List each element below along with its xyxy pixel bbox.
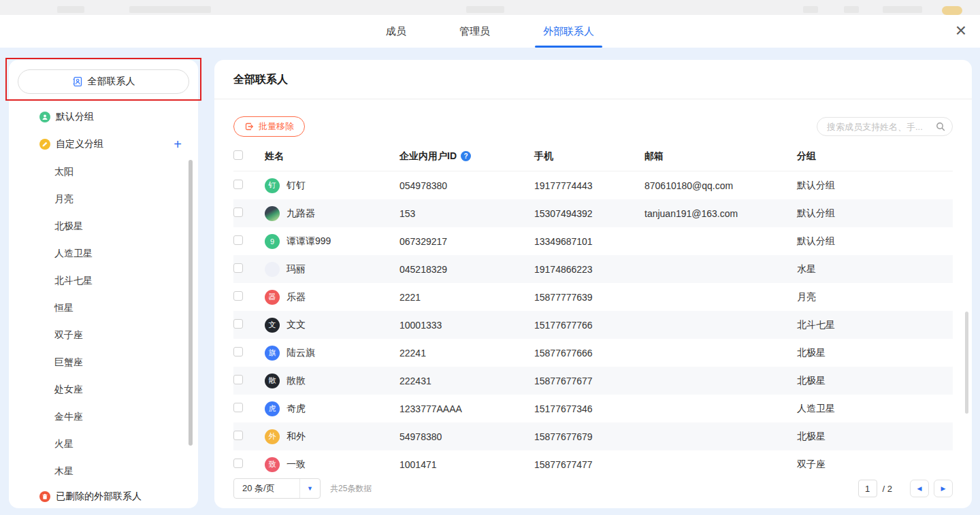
sidebar-group-item[interactable]: 人造卫星: [9, 239, 198, 267]
contact-name: 钉钉: [287, 180, 306, 192]
all-contacts-button[interactable]: 全部联系人: [18, 69, 189, 94]
row-checkbox[interactable]: [233, 459, 243, 468]
page-size-select[interactable]: 20 条/页 ▼: [233, 478, 321, 499]
avatar: 文: [265, 318, 280, 333]
table-row: 器 乐器 2221 15877777639 月亮: [233, 283, 953, 311]
table-header-row: 姓名 企业内用户ID ? 手机 邮箱 分组: [233, 142, 953, 171]
sidebar-group-item[interactable]: 木星: [9, 457, 198, 484]
col-header-phone: 手机: [534, 150, 644, 163]
tab-admins[interactable]: 管理员: [459, 15, 490, 48]
row-checkbox[interactable]: [233, 180, 243, 189]
contact-name: 陆云旗: [287, 347, 315, 359]
row-checkbox[interactable]: [233, 431, 243, 440]
background-page-strip: [0, 0, 980, 15]
pencil-icon: [39, 139, 50, 150]
all-contacts-label: 全部联系人: [88, 76, 135, 88]
avatar: 虎: [265, 401, 280, 416]
batch-remove-button[interactable]: 批量移除: [233, 116, 305, 137]
contact-id: 067329217: [399, 236, 534, 247]
row-checkbox[interactable]: [233, 235, 243, 245]
sidebar-item-label: 自定义分组: [56, 138, 103, 150]
table-row: 虎 奇虎 1233777AAAA 15177677346 人造卫星: [233, 395, 953, 422]
avatar: 外: [265, 429, 280, 444]
contact-name: 奇虎: [287, 403, 306, 415]
row-checkbox[interactable]: [233, 319, 243, 329]
page-behind-remnant: [942, 6, 962, 15]
sidebar-group-item[interactable]: 太阳: [9, 158, 198, 185]
close-icon[interactable]: ×: [956, 20, 966, 41]
table-row: 外 和外 54978380 15877677679 北极星: [233, 422, 953, 450]
tab-external-contacts[interactable]: 外部联系人: [543, 15, 594, 48]
contact-name: 谭谭谭999: [287, 235, 331, 248]
export-icon: [244, 122, 254, 131]
total-count-label: 共25条数据: [330, 483, 372, 495]
table-row: 9 谭谭谭999 067329217 13349687101 默认分组: [233, 227, 953, 255]
search-icon[interactable]: [935, 121, 946, 132]
sidebar-group-item[interactable]: 北极星: [9, 212, 198, 239]
contact-phone: 15177677346: [534, 403, 644, 414]
contact-name: 乐器: [287, 291, 306, 303]
table-footer: 20 条/页 ▼ 共25条数据 1 / 2 ◀ ▶: [214, 478, 972, 508]
sidebar-group-item[interactable]: 月亮: [9, 185, 198, 212]
contact-id: 54978380: [399, 431, 534, 442]
trash-icon: [39, 491, 50, 502]
page-behind-remnant: [844, 6, 859, 13]
contact-id: 10001333: [399, 320, 534, 331]
sidebar-group-item[interactable]: 处女座: [9, 376, 198, 403]
sidebar-group-item[interactable]: 金牛座: [9, 403, 198, 430]
contact-phone: 15307494392: [534, 208, 644, 219]
avatar: [265, 262, 280, 277]
sidebar-group-item[interactable]: 火星: [9, 430, 198, 457]
avatar: 器: [265, 290, 280, 305]
sidebar-group-item[interactable]: 恒星: [9, 294, 198, 321]
prev-page-button[interactable]: ◀: [910, 480, 929, 497]
page-behind-remnant: [803, 6, 818, 13]
row-checkbox[interactable]: [233, 263, 243, 273]
contact-email: 870610180@qq.com: [644, 180, 797, 191]
sidebar-scrollbar[interactable]: [189, 160, 193, 446]
sidebar-item-deleted-contacts[interactable]: 已删除的外部联系人: [9, 484, 198, 509]
table-row: 致 一致 1001471 15877677477 双子座: [233, 450, 953, 478]
contact-book-icon: [72, 76, 83, 87]
select-all-checkbox[interactable]: [233, 150, 243, 160]
search-input[interactable]: [817, 117, 953, 136]
groups-sidebar: 全部联系人 默认分组 自定义分组 + 太阳月亮北极星人造卫星北斗七星恒星双子座巨…: [9, 60, 198, 508]
col-header-email: 邮箱: [644, 150, 797, 163]
row-checkbox[interactable]: [233, 291, 243, 301]
page-number-input[interactable]: 1: [858, 480, 877, 497]
sidebar-group-item[interactable]: 北斗七星: [9, 267, 198, 294]
arrow-right-icon: ▶: [941, 485, 946, 492]
add-group-button[interactable]: +: [174, 137, 182, 151]
row-checkbox[interactable]: [233, 403, 243, 412]
row-checkbox[interactable]: [233, 207, 243, 217]
next-page-button[interactable]: ▶: [934, 480, 953, 497]
row-checkbox[interactable]: [233, 375, 243, 384]
contact-phone: 15877677477: [534, 459, 644, 470]
table-scrollbar[interactable]: [965, 312, 968, 414]
contacts-table: 姓名 企业内用户ID ? 手机 邮箱 分组 钉 钉钉 054978380 191…: [214, 142, 972, 478]
sidebar-group-item[interactable]: 双子座: [9, 321, 198, 348]
contact-group: 双子座: [797, 459, 953, 471]
contact-group: 北极星: [797, 347, 953, 359]
tab-members[interactable]: 成员: [386, 15, 406, 48]
modal-content: 全部联系人 默认分组 自定义分组 + 太阳月亮北极星人造卫星北斗七星恒星双子座巨…: [0, 48, 980, 515]
sidebar-item-custom-group[interactable]: 自定义分组 +: [9, 131, 198, 158]
contact-phone: 19177774443: [534, 180, 644, 191]
help-question-icon[interactable]: ?: [461, 151, 471, 161]
contact-id: 2221: [399, 292, 534, 303]
contact-group: 默认分组: [797, 180, 953, 192]
contact-phone: 15877677679: [534, 431, 644, 442]
avatar: 9: [265, 234, 280, 249]
row-checkbox[interactable]: [233, 347, 243, 356]
contact-group: 水星: [797, 263, 953, 276]
sidebar-item-default-group[interactable]: 默认分组: [9, 103, 198, 131]
contact-id: 054978380: [399, 180, 534, 191]
page-size-value: 20 条/页: [234, 482, 299, 495]
contact-id: 1001471: [399, 459, 534, 470]
sidebar-group-item[interactable]: 巨蟹座: [9, 348, 198, 376]
modal-tab-bar: 成员 管理员 外部联系人 ×: [0, 15, 980, 48]
contact-id: 1233777AAAA: [399, 403, 534, 414]
col-header-group: 分组: [797, 150, 953, 163]
table-body: 钉 钉钉 054978380 19177774443 870610180@qq.…: [233, 171, 953, 478]
avatar: 致: [265, 457, 280, 472]
